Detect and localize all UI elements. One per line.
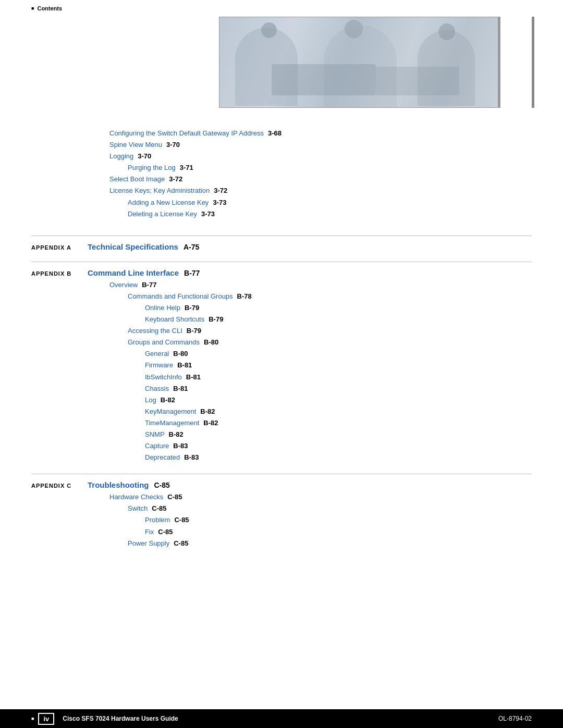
toc-page-boot: 3-72 [169,174,182,185]
toc-entry-boot: Select Boot Image 3-72 [31,174,532,185]
toc-entry-license: License Keys; Key Administration 3-72 [31,185,532,196]
header-bar: Contents [0,0,563,17]
toc-entry-purge: Purging the Log 3-71 [31,162,532,174]
toc-b-keymgmt: KeyManagement B-82 [31,406,532,417]
toc-page-purge: 3-71 [180,162,193,174]
toc-b-ibswitch: IbSwitchInfo B-81 [31,372,532,383]
toc-entry-spine: Spine View Menu 3-70 [31,139,532,151]
footer: ■ iv Cisco SFS 7024 Hardware Users Guide… [0,709,563,728]
toc-b-chassis-link[interactable]: Chassis [145,383,169,394]
toc-b-groups: Groups and Commands B-80 [31,337,532,348]
toc-link-purge[interactable]: Purging the Log [128,162,176,174]
toc-link-add-license[interactable]: Adding a New License Key [128,197,209,208]
toc-link-del-license[interactable]: Deleting a License Key [128,208,197,220]
toc-c-fix: Fix C-85 [31,526,532,538]
toc-b-deprecated: Deprecated B-83 [31,452,532,463]
toc-b-ibswitch-link[interactable]: IbSwitchInfo [145,372,182,383]
appendix-a-title-link[interactable]: Technical Specifications [88,242,178,251]
toc-c-powersupply-link[interactable]: Power Supply [128,538,169,549]
appendix-a-page: A-75 [183,243,199,251]
appendix-a-label: Appendix A [31,244,88,251]
toc-link-logging[interactable]: Logging [109,151,133,162]
toc-link-gateway[interactable]: Configuring the Switch Default Gateway I… [109,128,264,139]
toc-b-snmp: SNMP B-82 [31,429,532,440]
toc-b-keyboard: Keyboard Shortcuts B-79 [31,314,532,325]
toc-c-fix-link[interactable]: Fix [145,526,154,538]
toc-b-accessing: Accessing the CLI B-79 [31,325,532,337]
toc-b-general-link[interactable]: General [145,348,169,360]
hero-image [219,17,500,108]
appendix-b-title-link[interactable]: Command Line Interface [88,268,179,277]
toc-b-firmware: Firmware B-81 [31,360,532,371]
toc-b-firmware-link[interactable]: Firmware [145,360,173,371]
contents-label: Contents [31,5,62,11]
toc-c-hwchecks-link[interactable]: Hardware Checks [109,491,163,503]
footer-left: ■ iv Cisco SFS 7024 Hardware Users Guide [31,713,178,725]
appendix-b-label: Appendix B [31,270,88,277]
toc-c-hwchecks: Hardware Checks C-85 [31,491,532,503]
toc-page-logging: 3-70 [138,151,151,162]
toc-c-problem-link[interactable]: Problem [145,514,170,526]
toc-b-keymgmt-link[interactable]: KeyManagement [145,406,196,417]
toc-c-switch: Switch C-85 [31,503,532,514]
appendix-b-title-row: Command Line Interface B-77 [88,268,200,277]
toc-page-license: 3-72 [214,185,227,196]
footer-doc-number: OL-8794-02 [498,715,532,722]
appendix-c-title-link[interactable]: Troubleshooting [88,480,149,489]
appendix-c-label: Appendix C [31,483,88,489]
appendix-a-title-row: Technical Specifications A-75 [88,242,199,251]
page-wrapper: Contents Configuring the Switch Default … [0,0,563,728]
toc-link-boot[interactable]: Select Boot Image [109,174,165,185]
appendix-b-header: Appendix B Command Line Interface B-77 [31,268,532,277]
toc-page-add-license: 3-73 [213,197,226,208]
toc-b-timemgmt: TimeManagement B-82 [31,417,532,429]
toc-b-snmp-link[interactable]: SNMP [145,429,165,440]
contents-text: Contents [37,5,62,11]
toc-c-problem: Problem C-85 [31,514,532,526]
toc-b-cmdfunc-link[interactable]: Commands and Functional Groups [128,291,233,302]
toc-page-spine: 3-70 [166,139,180,151]
toc-b-cmdfunc: Commands and Functional Groups B-78 [31,291,532,302]
toc-entry-del-license: Deleting a License Key 3-73 [31,208,532,220]
appendix-c-header: Appendix C Troubleshooting C-85 [31,480,532,489]
footer-page-number: iv [38,713,54,725]
toc-link-license[interactable]: License Keys; Key Administration [109,185,210,196]
toc-b-chassis: Chassis B-81 [31,383,532,394]
footer-title: Cisco SFS 7024 Hardware Users Guide [63,715,178,722]
toc-c-powersupply: Power Supply C-85 [31,538,532,549]
main-content: Configuring the Switch Default Gateway I… [0,108,563,591]
appendix-c-section: Appendix C Troubleshooting C-85 Hardware… [31,474,532,549]
toc-b-deprecated-link[interactable]: Deprecated [145,452,180,463]
appendix-a-content: Technical Specifications A-75 [88,242,199,251]
toc-b-log-link[interactable]: Log [145,394,156,406]
toc-entry-logging: Logging 3-70 [31,151,532,162]
toc-b-overview: Overview B-77 [31,279,532,291]
toc-b-capture: Capture B-83 [31,440,532,452]
appendix-b-page: B-77 [184,269,200,277]
toc-link-spine[interactable]: Spine View Menu [109,139,162,151]
toc-c-switch-link[interactable]: Switch [128,503,148,514]
toc-b-groups-link[interactable]: Groups and Commands [128,337,200,348]
toc-page-del-license: 3-73 [201,208,215,220]
appendix-c-title-row: Troubleshooting C-85 [88,480,170,489]
toc-b-timemgmt-link[interactable]: TimeManagement [145,417,199,429]
toc-top-section: Configuring the Switch Default Gateway I… [31,128,532,220]
toc-b-capture-link[interactable]: Capture [145,440,169,452]
appendix-c-page: C-85 [154,481,170,489]
toc-entry-gateway: Configuring the Switch Default Gateway I… [31,128,532,139]
appendix-b-section: Appendix B Command Line Interface B-77 O… [31,262,532,464]
toc-page-gateway: 3-68 [268,128,282,139]
toc-b-accessing-link[interactable]: Accessing the CLI [128,325,182,337]
toc-b-general: General B-80 [31,348,532,360]
appendix-a-section: Appendix A Technical Specifications A-75 [31,236,532,251]
footer-bullet: ■ [31,716,34,721]
toc-b-log: Log B-82 [31,394,532,406]
toc-b-keyboard-link[interactable]: Keyboard Shortcuts [145,314,204,325]
toc-entry-add-license: Adding a New License Key 3-73 [31,197,532,208]
toc-b-onlinehelp-link[interactable]: Online Help [145,302,180,314]
toc-b-onlinehelp: Online Help B-79 [31,302,532,314]
right-edge-bar [532,17,534,108]
toc-b-overview-link[interactable]: Overview [109,279,138,291]
